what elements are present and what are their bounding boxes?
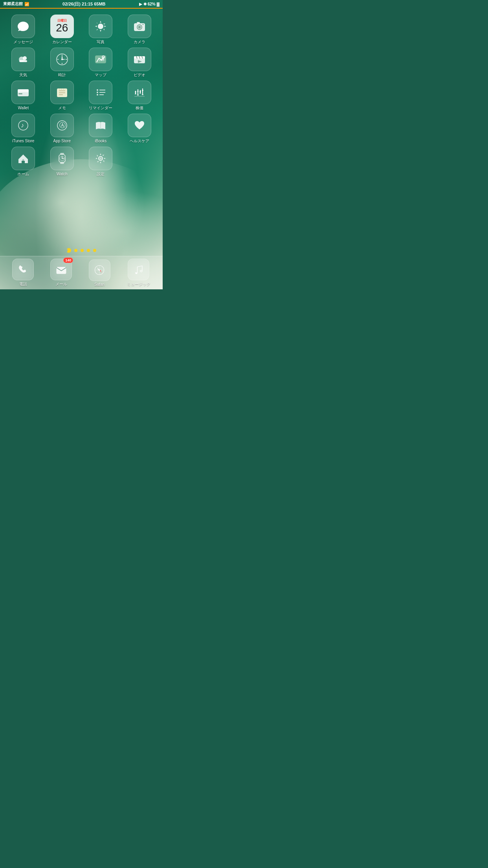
app-label-calendar: カレンダー	[52, 40, 72, 44]
app-home[interactable]: ホーム	[6, 147, 41, 177]
app-icon-weather	[11, 48, 35, 71]
status-right: ▶ ✱ 62% ▓	[139, 2, 160, 6]
page-dot-5	[93, 249, 96, 252]
svg-point-73	[99, 269, 100, 271]
status-left: 東郷柔志館 📶	[3, 1, 29, 7]
page-dot-4	[87, 249, 90, 252]
app-label-weather: 天気	[19, 73, 27, 77]
app-label-clock: 時計	[58, 73, 66, 77]
app-reminders[interactable]: リマインダー	[83, 81, 118, 110]
app-label-photos: 写真	[97, 40, 105, 44]
app-stocks[interactable]: 株価	[122, 81, 157, 110]
app-icon-clock	[50, 48, 74, 71]
dock-icon-phone	[12, 259, 34, 280]
app-icon-watch	[50, 147, 74, 170]
app-maps[interactable]: 280 マップ	[83, 48, 118, 77]
dock-label-music: ミュージック	[127, 281, 150, 287]
svg-point-38	[97, 92, 98, 93]
app-label-camera: カメラ	[134, 40, 145, 44]
app-icon-camera	[128, 15, 151, 38]
battery-icon: ▓	[157, 2, 160, 6]
svg-text:♪: ♪	[21, 122, 24, 129]
dock-icon-music	[128, 259, 149, 280]
svg-point-68	[99, 157, 102, 160]
app-label-watch: Watch	[57, 172, 68, 177]
app-icon-messages	[11, 15, 35, 38]
empty-spacer	[122, 147, 157, 177]
app-label-home: ホーム	[17, 172, 29, 177]
svg-text:280: 280	[99, 58, 105, 62]
app-icon-settings	[89, 147, 112, 170]
datetime-label: 02/26(日) 21:15	[62, 2, 93, 6]
app-row-1: メッセージ 日曜日 26 カレンダー	[4, 15, 159, 44]
dock-label-phone: 電話	[19, 281, 27, 287]
app-label-ibooks: iBooks	[95, 139, 106, 143]
page-dot-3	[81, 249, 84, 252]
app-icon-videos	[128, 48, 151, 71]
app-icon-maps: 280	[89, 48, 112, 71]
app-icon-photos	[89, 15, 112, 38]
app-row-5: ホーム Watch	[4, 147, 159, 177]
location-icon: ▶	[139, 2, 142, 6]
app-icon-health	[128, 114, 151, 137]
app-label-videos: ビデオ	[134, 73, 145, 77]
app-label-itunes: iTunes Store	[12, 139, 34, 143]
app-itunes[interactable]: ♪ iTunes Store	[6, 114, 41, 143]
svg-point-6	[142, 24, 143, 25]
app-row-3: Wallet メモ	[4, 81, 159, 110]
app-photos[interactable]: 写真	[83, 15, 118, 44]
page-dots	[0, 244, 163, 256]
svg-point-36	[97, 89, 98, 91]
orange-line	[0, 8, 163, 9]
app-icon-calendar: 日曜日 26	[50, 15, 74, 38]
app-clock[interactable]: 時計	[44, 48, 80, 77]
svg-point-8	[23, 56, 27, 60]
app-videos[interactable]: ビデオ	[122, 48, 157, 77]
svg-rect-29	[18, 91, 29, 92]
dock-label-safari: Safari	[94, 282, 105, 287]
app-camera[interactable]: カメラ	[122, 15, 157, 44]
app-ibooks[interactable]: iBooks	[83, 114, 118, 143]
app-label-reminders: リマインダー	[89, 106, 112, 110]
app-label-appstore: App Store	[53, 139, 71, 143]
app-icon-home	[11, 147, 35, 170]
dock-label-mail: メール	[55, 281, 67, 287]
app-label-settings: 設定	[97, 172, 105, 177]
app-icon-notes	[50, 81, 74, 104]
app-icon-reminders	[89, 81, 112, 104]
app-label-stocks: 株価	[136, 106, 143, 110]
app-row-2: 天気	[4, 48, 159, 77]
dock: 電話 140 メール	[0, 256, 163, 289]
app-watch[interactable]: Watch	[44, 147, 80, 177]
app-notes[interactable]: メモ	[44, 81, 80, 110]
dock-phone[interactable]: 電話	[12, 259, 34, 287]
app-health[interactable]: ヘルスケア	[122, 114, 157, 143]
app-icon-wallet	[11, 81, 35, 104]
calendar-day: 26	[56, 22, 68, 33]
app-label-notes: メモ	[58, 106, 66, 110]
svg-point-17	[61, 59, 63, 60]
dock-mail[interactable]: 140 メール	[50, 259, 72, 287]
svg-rect-5	[137, 22, 140, 24]
bluetooth-icon: ✱	[143, 2, 147, 6]
app-calendar[interactable]: 日曜日 26 カレンダー	[44, 15, 80, 44]
dock-safari[interactable]: Safari	[89, 259, 110, 287]
svg-point-40	[97, 94, 98, 96]
app-settings[interactable]: 設定	[83, 147, 118, 177]
app-wallet[interactable]: Wallet	[6, 81, 41, 110]
app-label-maps: マップ	[95, 73, 106, 77]
app-weather[interactable]: 天気	[6, 48, 41, 77]
app-appstore[interactable]: Ⓐ App Store	[44, 114, 80, 143]
mail-badge: 140	[63, 257, 73, 263]
app-row-4: ♪ iTunes Store Ⓐ App Store	[4, 114, 159, 143]
svg-point-4	[138, 26, 141, 29]
app-label-wallet: Wallet	[18, 106, 29, 110]
app-messages[interactable]: メッセージ	[6, 15, 41, 44]
app-icon-itunes: ♪	[11, 114, 35, 137]
dock-icon-mail: 140	[50, 259, 72, 280]
dock-music[interactable]: ミュージック	[127, 259, 150, 287]
page-dot-pacman	[66, 248, 71, 253]
svg-rect-9	[19, 60, 27, 62]
app-label-health: ヘルスケア	[130, 139, 149, 143]
status-bar: 東郷柔志館 📶 02/26(日) 21:15 65MB ▶ ✱ 62% ▓	[0, 0, 163, 8]
